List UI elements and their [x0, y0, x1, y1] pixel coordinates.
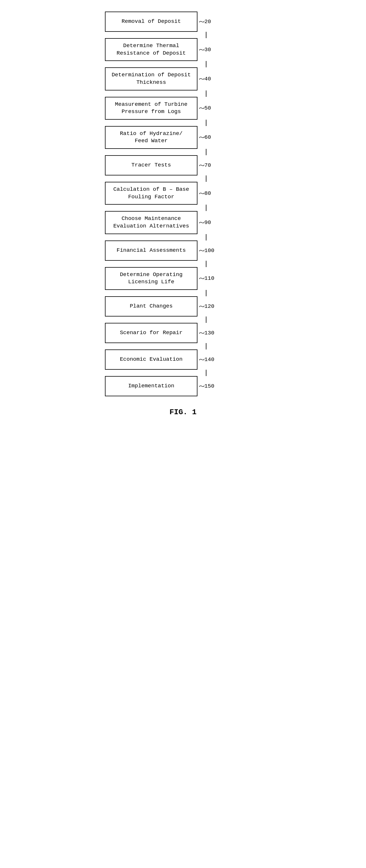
- step-label-area-1: ~20: [200, 18, 211, 25]
- connector-2: [206, 61, 206, 67]
- flow-item: Removal of Deposit~20: [105, 11, 261, 32]
- connector-13: [206, 370, 206, 376]
- step-label-area-2: ~30: [200, 46, 211, 54]
- step-label-area-3: ~40: [200, 75, 211, 83]
- step-box-2: Determine ThermalResistance of Deposit: [105, 38, 197, 61]
- step-box-12: Scenario for Repair: [105, 323, 197, 343]
- step-box-1: Removal of Deposit: [105, 11, 197, 32]
- squiggle-icon: ~: [199, 219, 205, 226]
- connector-4: [206, 120, 206, 126]
- ref-number-2: 30: [204, 46, 211, 53]
- connector-6: [206, 176, 206, 182]
- flow-item: Determination of DepositThickness~40: [105, 67, 261, 90]
- squiggle-icon: ~: [199, 133, 205, 141]
- ref-number-12: 130: [204, 330, 214, 336]
- squiggle-icon: ~: [199, 329, 205, 337]
- step-box-8: Choose MaintenanceEvaluation Alternative…: [105, 211, 197, 234]
- ref-number-9: 100: [204, 247, 214, 254]
- step-box-13: Economic Evaluation: [105, 349, 197, 370]
- squiggle-icon: ~: [199, 75, 205, 83]
- squiggle-icon: ~: [199, 104, 205, 112]
- diagram-container: Removal of Deposit~20Determine ThermalRe…: [105, 11, 261, 416]
- ref-number-10: 110: [204, 275, 214, 282]
- flow-item: Ratio of Hydrazine/Feed Water~60: [105, 126, 261, 149]
- ref-number-3: 40: [204, 76, 211, 82]
- step-label-area-10: ~110: [200, 275, 214, 282]
- ref-number-7: 80: [204, 190, 211, 196]
- connector-3: [206, 90, 206, 97]
- flow-item: Determine ThermalResistance of Deposit~3…: [105, 38, 261, 61]
- step-label-area-12: ~130: [200, 329, 214, 337]
- ref-number-6: 70: [204, 162, 211, 168]
- ref-number-8: 90: [204, 219, 211, 226]
- squiggle-icon: ~: [199, 356, 205, 363]
- squiggle-icon: ~: [199, 162, 205, 169]
- step-label-area-5: ~60: [200, 133, 211, 141]
- step-box-4: Measurement of TurbinePressure from Logs: [105, 97, 197, 120]
- ref-number-5: 60: [204, 134, 211, 141]
- ref-number-11: 120: [204, 303, 214, 310]
- figure-label: FIG. 1: [170, 408, 196, 416]
- flow-item: Scenario for Repair~130: [105, 323, 261, 343]
- step-box-7: Calculation of B – BaseFouling Factor: [105, 182, 197, 205]
- step-label-area-7: ~80: [200, 190, 211, 197]
- connector-9: [206, 261, 206, 267]
- flow-item: Financial Assessments~100: [105, 241, 261, 261]
- connector-11: [206, 316, 206, 323]
- step-label-area-6: ~70: [200, 162, 211, 169]
- squiggle-icon: ~: [199, 18, 205, 25]
- flow-item: Choose MaintenanceEvaluation Alternative…: [105, 211, 261, 234]
- step-label-area-4: ~50: [200, 104, 211, 112]
- step-label-area-8: ~90: [200, 219, 211, 226]
- step-box-9: Financial Assessments: [105, 241, 197, 261]
- ref-number-1: 20: [204, 19, 211, 25]
- step-label-area-13: ~140: [200, 356, 214, 363]
- flow-item: Tracer Tests~70: [105, 155, 261, 176]
- connector-1: [206, 32, 206, 38]
- flow-item: Implementation~150: [105, 376, 261, 396]
- step-box-5: Ratio of Hydrazine/Feed Water: [105, 126, 197, 149]
- squiggle-icon: ~: [199, 247, 205, 254]
- step-box-11: Plant Changes: [105, 296, 197, 316]
- squiggle-icon: ~: [199, 303, 205, 310]
- ref-number-13: 140: [204, 356, 214, 363]
- squiggle-icon: ~: [199, 382, 205, 390]
- step-label-area-11: ~120: [200, 303, 214, 310]
- squiggle-icon: ~: [199, 275, 205, 282]
- flow-item: Plant Changes~120: [105, 296, 261, 316]
- flow-item: Determine OperatingLicensing Life~110: [105, 267, 261, 290]
- connector-12: [206, 343, 206, 349]
- step-label-area-14: ~150: [200, 382, 214, 390]
- connector-7: [206, 205, 206, 211]
- flow-item: Measurement of TurbinePressure from Logs…: [105, 97, 261, 120]
- flow-item: Calculation of B – BaseFouling Factor~80: [105, 182, 261, 205]
- connector-10: [206, 290, 206, 296]
- ref-number-4: 50: [204, 105, 211, 111]
- step-label-area-9: ~100: [200, 247, 214, 254]
- step-box-10: Determine OperatingLicensing Life: [105, 267, 197, 290]
- flow-item: Economic Evaluation~140: [105, 349, 261, 370]
- connector-5: [206, 149, 206, 155]
- squiggle-icon: ~: [199, 46, 205, 54]
- ref-number-14: 150: [204, 383, 214, 389]
- step-box-3: Determination of DepositThickness: [105, 67, 197, 90]
- squiggle-icon: ~: [199, 190, 205, 197]
- step-box-14: Implementation: [105, 376, 197, 396]
- connector-8: [206, 234, 206, 241]
- step-box-6: Tracer Tests: [105, 155, 197, 176]
